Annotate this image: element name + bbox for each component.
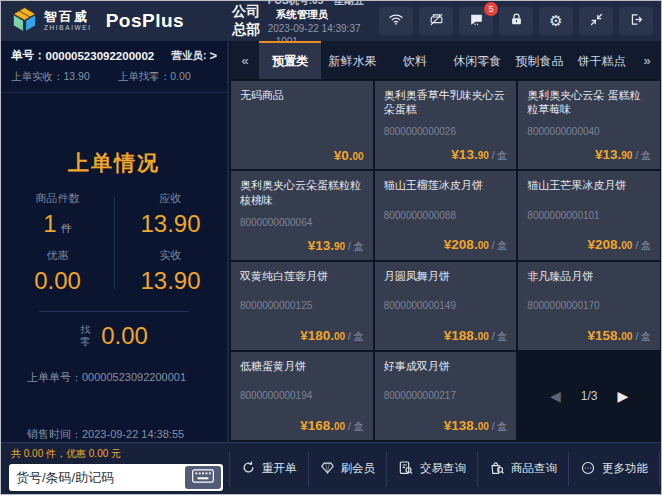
tab-3[interactable]: 休闲零食	[446, 41, 508, 79]
product-name: 猫山王芒果冰皮月饼	[527, 178, 651, 192]
product-barcode: 8000000000125	[240, 300, 364, 311]
product-name: 双黄纯白莲蓉月饼	[240, 269, 364, 283]
product-name: 月圆凤舞月饼	[384, 269, 508, 283]
product-card[interactable]: 低糖蛋黄月饼8000000000194¥168.00/ 盒	[231, 352, 373, 440]
pos-app: 智百威 ZHIBAIWEI PosPlus 公司总部 POS机号:05 星期五 …	[0, 0, 662, 495]
function-buttons: 重开单刷会员交易查询商品查询更多功能	[229, 452, 659, 486]
lock-icon	[509, 12, 524, 31]
function-button-0[interactable]: 重开单	[229, 452, 308, 486]
keyboard-button[interactable]	[185, 466, 221, 489]
product-price: ¥168.00/ 盒	[240, 418, 364, 434]
product-barcode: 8000000000194	[240, 390, 364, 401]
product-name: 猫山王榴莲冰皮月饼	[384, 178, 508, 192]
function-button-3[interactable]: 商品查询	[477, 452, 568, 486]
price-main: ¥13.	[595, 147, 621, 162]
last-order-no: 00000523092200001	[82, 371, 186, 383]
lock-icon-button[interactable]	[499, 7, 533, 35]
page-next-icon[interactable]: ▶	[618, 388, 629, 404]
exit-icon-button[interactable]	[619, 7, 653, 35]
pos-number: POS机号:05	[268, 0, 324, 6]
product-card[interactable]: 好事成双月饼8000000000217¥138.00/ 盒	[375, 352, 517, 440]
function-button-2[interactable]: 交易查询	[386, 452, 477, 486]
price-main: ¥158.	[588, 328, 622, 343]
product-barcode: 8000000000101	[527, 210, 651, 221]
price-unit: / 盒	[492, 239, 508, 253]
member-icon	[320, 460, 335, 477]
product-barcode: 8000000000040	[527, 126, 651, 137]
function-button-4[interactable]: 更多功能	[568, 452, 659, 486]
function-button-label: 交易查询	[420, 461, 466, 476]
product-name: 无码商品	[240, 88, 364, 102]
price-decimals: 00	[478, 240, 489, 251]
change-label: 找零	[80, 324, 91, 348]
price-unit: / 盒	[635, 239, 651, 253]
tabs-next-icon[interactable]: »	[633, 41, 661, 79]
product-card[interactable]: 猫山王芒果冰皮月饼8000000000101¥208.00/ 盒	[518, 171, 660, 259]
price-main: ¥13.	[451, 147, 477, 162]
product-name: 非凡臻品月饼	[527, 269, 651, 283]
product-card[interactable]: 奥利奥夹心云朵 蛋糕粒粒草莓味8000000000040¥13.90/ 盒	[518, 81, 660, 169]
last-order-stats: 商品件数 1件 应收 13.90 优惠 0.00 实收 13.90	[1, 191, 227, 295]
sku-input[interactable]	[11, 470, 185, 485]
product-card[interactable]: 双黄纯白莲蓉月饼8000000000125¥180.00/ 盒	[231, 262, 373, 350]
last-change-label: 上单找零：	[118, 70, 171, 82]
category-tab-bar: « 预置类新鲜水果饮料休闲零食预制食品饼干糕点 »	[231, 41, 661, 79]
change-row: 找零 0.00	[1, 322, 227, 350]
price-unit: / 盒	[492, 420, 508, 434]
tab-1[interactable]: 新鲜水果	[321, 41, 383, 79]
product-card[interactable]: 猫山王榴莲冰皮月饼8000000000088¥208.00/ 盒	[375, 171, 517, 259]
top-bar: 智百威 ZHIBAIWEI PosPlus 公司总部 POS机号:05 星期五 …	[1, 1, 661, 41]
product-name: 奥利奥香草牛乳味夹心云朵蛋糕	[384, 88, 508, 117]
sale-time-label: 销售时间：	[27, 428, 82, 440]
settings-icon-button[interactable]: ⚙	[539, 7, 573, 35]
tab-2[interactable]: 饮料	[384, 41, 446, 79]
tabs-prev-icon[interactable]: «	[231, 41, 259, 79]
header-icon-row: 5⚙	[379, 7, 653, 35]
tab-0[interactable]: 预置类	[259, 41, 321, 79]
product-price: ¥138.00/ 盒	[384, 418, 508, 434]
page-prev-icon[interactable]: ◀	[550, 388, 561, 404]
price-decimals: 00	[621, 240, 632, 251]
price-unit: / 盒	[348, 240, 364, 254]
price-decimals: 00	[334, 331, 345, 342]
minimize-icon-button[interactable]	[579, 7, 613, 35]
printer-offline-icon-button[interactable]	[419, 7, 453, 35]
notifications-icon-button[interactable]: 5	[459, 7, 493, 35]
exit-icon	[629, 12, 644, 31]
tab-4[interactable]: 预制食品	[508, 41, 570, 79]
bottom-bar: 共 0.00 件，优惠 0.00 元 重开单刷会员交易查询商品查询更多功能 结账…	[1, 442, 661, 494]
brand-name-cn: 智百威	[44, 10, 92, 23]
product-card[interactable]: 奥利奥夹心云朵蛋糕粒粒核桃味8000000000064¥13.90/ 盒	[231, 171, 373, 259]
notifications-icon	[469, 12, 484, 31]
divider	[39, 311, 189, 312]
price-main: ¥180.	[300, 328, 334, 343]
price-main: ¥138.	[444, 418, 478, 433]
product-search-icon	[489, 460, 505, 478]
price-decimals: 00	[334, 421, 345, 432]
product-card[interactable]: 非凡臻品月饼8000000000170¥158.00/ 盒	[518, 262, 660, 350]
current-datetime: 2023-09-22 14:39:37	[268, 23, 361, 34]
cart-summary: 共 0.00 件，优惠 0.00 元	[11, 447, 223, 461]
last-paid-label: 上单实收：	[11, 70, 64, 82]
stat-item-count: 商品件数 1件	[1, 191, 114, 238]
last-order-no-label: 上单单号：	[27, 371, 82, 383]
price-decimals: 90	[478, 150, 489, 161]
tab-label: 新鲜水果	[328, 53, 376, 70]
tab-5[interactable]: 饼干糕点	[571, 41, 633, 79]
sale-time: 2023-09-22 14:38:55	[82, 428, 184, 440]
order-no: 00000523092200002	[46, 50, 155, 62]
price-unit: / 盒	[635, 330, 651, 344]
price-unit: / 盒	[635, 149, 651, 163]
product-card[interactable]: 无码商品¥0.00	[231, 81, 373, 169]
wifi-icon-button[interactable]	[379, 7, 413, 35]
tab-label: 饼干糕点	[578, 53, 626, 70]
salesperson-button[interactable]: 营业员: >	[171, 48, 217, 63]
price-unit: / 盒	[348, 420, 364, 434]
page-indicator: 1/3	[581, 389, 598, 403]
product-card[interactable]: 奥利奥香草牛乳味夹心云朵蛋糕8000000000026¥13.90/ 盒	[375, 81, 517, 169]
function-button-1[interactable]: 刷会员	[308, 452, 387, 486]
product-price: ¥180.00/ 盒	[240, 328, 364, 344]
product-card[interactable]: 月圆凤舞月饼8000000000149¥188.00/ 盒	[375, 262, 517, 350]
price-main: ¥0.	[334, 148, 353, 163]
product-barcode: 8000000000217	[384, 390, 508, 401]
